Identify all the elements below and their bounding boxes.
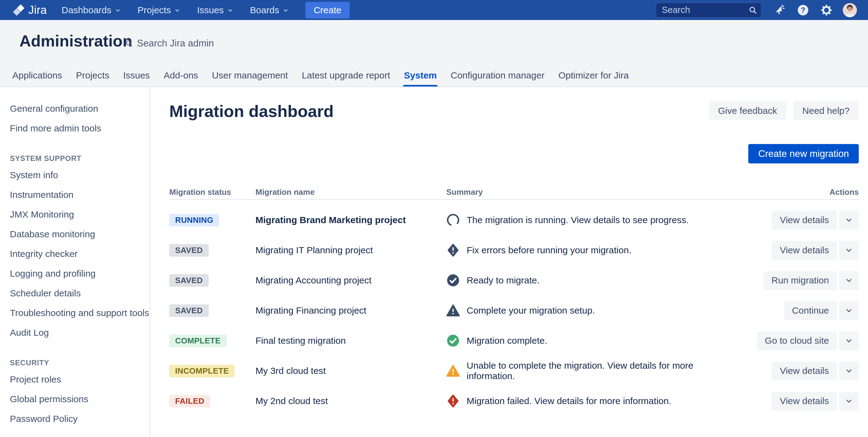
admin-search-label: Search Jira admin: [137, 38, 214, 49]
error-diamond-dark-icon: [446, 243, 460, 257]
sidebar-item-project-roles[interactable]: Project roles: [0, 370, 150, 389]
admin-search-icon: [125, 39, 133, 48]
row-action-menu-button[interactable]: [839, 241, 859, 260]
topnav-icons: ?: [773, 3, 857, 17]
row-action-menu-button[interactable]: [839, 301, 859, 320]
status-badge: FAILED: [169, 395, 210, 407]
warning-triangle-yellow-icon: [446, 364, 460, 378]
summary-text: Unable to complete the migration. View d…: [467, 361, 730, 381]
nav-item-projects[interactable]: Projects: [137, 5, 181, 15]
nav-item-label: Boards: [250, 5, 279, 15]
tab-latest-upgrade-report[interactable]: Latest upgrade report: [301, 70, 391, 87]
row-action-button[interactable]: View details: [772, 241, 837, 260]
row-action-button[interactable]: View details: [772, 362, 837, 380]
sidebar-item-audit-log[interactable]: Audit Log: [0, 323, 150, 343]
row-action-menu-button[interactable]: [839, 332, 859, 350]
tab-system[interactable]: System: [403, 70, 437, 87]
migration-name: Migrating IT Planning project: [255, 245, 373, 255]
status-badge: COMPLETE: [169, 335, 226, 347]
status-cell: SAVED: [169, 304, 255, 317]
give-feedback-button[interactable]: Give feedback: [709, 101, 786, 120]
tab-configuration-manager[interactable]: Configuration manager: [450, 70, 545, 87]
col-summary: Summary: [446, 187, 730, 197]
chevron-down-icon: [844, 276, 854, 285]
sidebar-item-scheduler-details[interactable]: Scheduler details: [0, 283, 150, 303]
tab-add-ons[interactable]: Add-ons: [163, 70, 199, 87]
table-row: SAVEDMigrating Accounting projectReady t…: [169, 265, 859, 295]
sidebar-item-system-info[interactable]: System info: [0, 165, 150, 185]
row-action-button[interactable]: Go to cloud site: [757, 332, 837, 350]
col-migration-status: Migration status: [169, 187, 255, 197]
name-cell: My 2nd cloud test: [255, 396, 446, 406]
sidebar-item-find-more-admin-tools[interactable]: Find more admin tools: [0, 119, 150, 138]
chevron-down-icon: [282, 6, 289, 14]
user-avatar[interactable]: [843, 3, 857, 17]
nav-item-dashboards[interactable]: Dashboards: [62, 5, 122, 15]
table-row: FAILEDMy 2nd cloud testMigration failed.…: [169, 386, 859, 416]
settings-icon[interactable]: [819, 3, 834, 17]
tab-user-management[interactable]: User management: [212, 70, 289, 87]
row-action-button[interactable]: View details: [772, 211, 837, 229]
row-action-button[interactable]: View details: [772, 392, 837, 410]
sidebar-item-general-configuration[interactable]: General configuration: [0, 99, 150, 119]
nav-item-boards[interactable]: Boards: [250, 5, 289, 15]
create-new-migration-button[interactable]: Create new migration: [748, 144, 859, 163]
summary-cell: Migration failed. View details for more …: [446, 394, 730, 408]
status-cell: COMPLETE: [169, 335, 255, 347]
sidebar-item-password-policy[interactable]: Password Policy: [0, 409, 150, 429]
tab-applications[interactable]: Applications: [12, 70, 63, 87]
actions-cell: View details: [730, 211, 859, 229]
summary-cell: Unable to complete the migration. View d…: [446, 361, 730, 381]
tab-projects[interactable]: Projects: [75, 70, 110, 87]
topnav-search: [656, 2, 762, 18]
actions-cell: View details: [730, 241, 859, 260]
chevron-down-icon: [844, 336, 854, 345]
search-input[interactable]: [656, 2, 762, 18]
migration-name: Migrating Brand Marketing project: [255, 215, 406, 225]
search-icon: [748, 5, 758, 16]
status-badge: SAVED: [169, 304, 209, 317]
nav-item-issues[interactable]: Issues: [197, 5, 234, 15]
jira-admin-screen: Jira DashboardsProjectsIssuesBoards Crea…: [0, 0, 868, 437]
row-action-menu-button[interactable]: [839, 362, 859, 380]
top-navigation-bar: Jira DashboardsProjectsIssuesBoards Crea…: [0, 0, 868, 20]
main-content: Migration dashboard Give feedback Need h…: [169, 87, 859, 437]
row-action-menu-button[interactable]: [839, 392, 859, 410]
chevron-down-icon: [844, 306, 854, 315]
chevron-down-icon: [226, 6, 234, 14]
sidebar-item-instrumentation[interactable]: Instrumentation: [0, 185, 150, 205]
nav-item-label: Projects: [137, 5, 171, 15]
jira-logo[interactable]: Jira: [11, 3, 47, 17]
tab-issues[interactable]: Issues: [123, 70, 151, 87]
error-diamond-red-icon: [446, 394, 460, 408]
sidebar-item-integrity-checker[interactable]: Integrity checker: [0, 244, 150, 264]
page-top-actions: Give feedback Need help?: [709, 101, 859, 120]
row-action-menu-button[interactable]: [839, 211, 859, 229]
admin-search[interactable]: Search Jira admin: [125, 38, 214, 49]
sidebar-item-jmx-monitoring[interactable]: JMX Monitoring: [0, 205, 150, 224]
summary-text: Fix errors before running your migration…: [467, 245, 631, 255]
sidebar-item-global-permissions[interactable]: Global permissions: [0, 389, 150, 409]
status-badge: INCOMPLETE: [169, 365, 235, 377]
brand-name: Jira: [28, 4, 47, 17]
help-icon[interactable]: ?: [796, 3, 810, 17]
sidebar-item-troubleshooting-and-support-tools[interactable]: Troubleshooting and support tools: [0, 303, 150, 323]
sidebar-item-logging-and-profiling[interactable]: Logging and profiling: [0, 264, 150, 283]
actions-cell: View details: [730, 392, 859, 410]
svg-text:?: ?: [801, 6, 806, 14]
need-help-button[interactable]: Need help?: [793, 101, 859, 120]
create-button[interactable]: Create: [305, 2, 350, 19]
table-row: INCOMPLETEMy 3rd cloud testUnable to com…: [169, 356, 859, 386]
row-action-button[interactable]: Continue: [784, 301, 837, 320]
tab-optimizer-for-jira[interactable]: Optimizer for Jira: [558, 70, 629, 87]
row-action-menu-button[interactable]: [839, 271, 859, 290]
col-migration-name: Migration name: [255, 187, 446, 197]
announcement-icon[interactable]: [773, 3, 787, 17]
sidebar-item-database-monitoring[interactable]: Database monitoring: [0, 224, 150, 244]
name-cell: Migrating IT Planning project: [255, 245, 446, 255]
migration-table: Migration status Migration name Summary …: [169, 185, 859, 416]
row-action-button[interactable]: Run migration: [763, 271, 837, 290]
migration-name: Migrating Accounting project: [255, 275, 372, 285]
name-cell: Migrating Financing project: [255, 305, 446, 316]
status-cell: FAILED: [169, 395, 255, 407]
